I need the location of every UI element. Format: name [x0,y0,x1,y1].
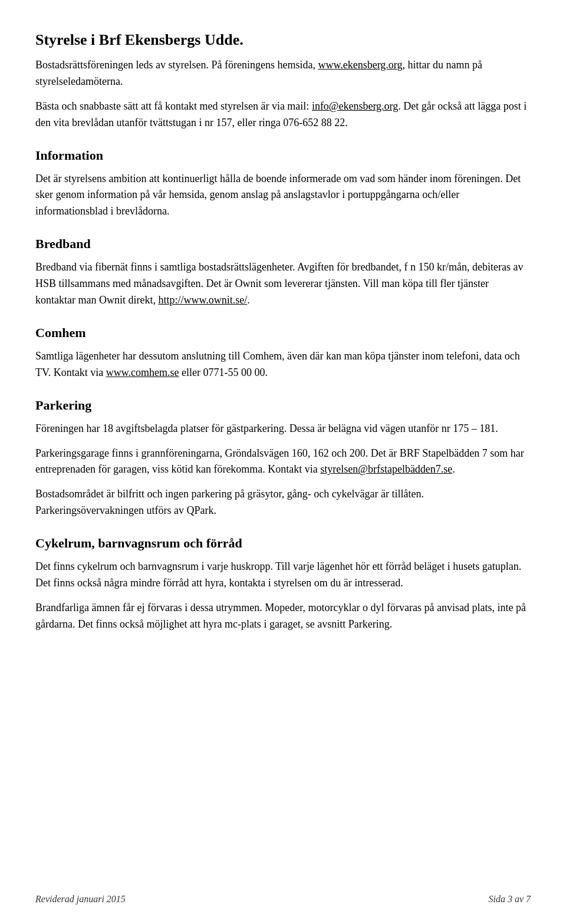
comhem-link[interactable]: www.comhem.se [106,367,179,378]
footer-page-number: Sida 3 av 7 [488,892,531,906]
parkering-paragraph-2: Parkeringsgarage finns i grannföreningar… [35,446,531,478]
cykelrum-paragraph-2: Brandfarliga ämnen får ej förvaras i des… [35,600,531,633]
section-heading-cykelrum: Cykelrum, barnvagnsrum och förråd [35,533,531,553]
stapelbadden-link[interactable]: styrelsen@brfstapelbädden7.se [320,463,452,475]
email-link[interactable]: info@ekensberg.org [312,100,398,112]
section-heading-comhem: Comhem [35,323,531,342]
footer-revision: Reviderad januari 2015 [35,892,126,906]
page-footer: Reviderad januari 2015 Sida 3 av 7 [35,892,531,906]
cykelrum-paragraph-1: Det finns cykelrum och barnvagnsrum i va… [35,559,531,592]
parkering-paragraph-3: Bostadsområdet är bilfritt och ingen par… [35,486,531,519]
intro-text-2a: Bästa och snabbaste sätt att få kontakt … [35,100,312,112]
page-title: Styrelse i Brf Ekensbergs Udde. [35,28,531,51]
comhem-paragraph: Samtliga lägenheter har dessutom anslutn… [35,348,531,381]
ownit-link[interactable]: http://www.ownit.se/ [158,294,247,306]
intro-paragraph-2: Bästa och snabbaste sätt att få kontakt … [35,98,531,131]
section-heading-bredband: Bredband [35,234,531,253]
bredband-paragraph: Bredband via fibernät finns i samtliga b… [35,259,531,309]
section-heading-information: Information [35,146,531,165]
ekensberg-link[interactable]: www.ekensberg.org [318,59,402,71]
section-heading-parkering: Parkering [35,395,531,415]
parkering-paragraph-1: Föreningen har 18 avgiftsbelagda platser… [35,421,531,437]
intro-text-1: Bostadsrättsföreningen leds av styrelsen… [35,59,318,71]
page-content: Styrelse i Brf Ekensbergs Udde. Bostadsr… [0,0,566,924]
information-paragraph: Det är styrelsens ambition att kontinuer… [35,171,531,220]
intro-paragraph-1: Bostadsrättsföreningen leds av styrelsen… [35,57,531,90]
